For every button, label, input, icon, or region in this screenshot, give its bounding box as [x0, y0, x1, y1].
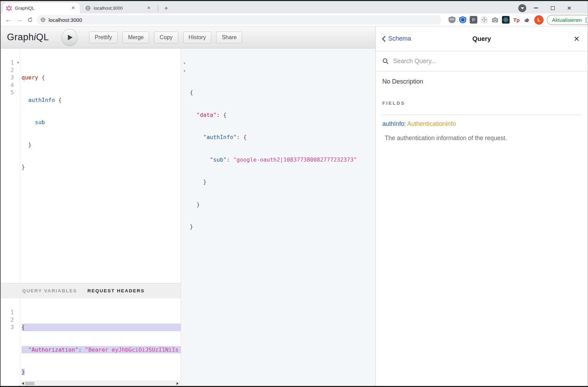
doc-close-icon[interactable]: × — [574, 34, 579, 43]
query-editor-gutter: 1▾ 2 3 4 5 — [1, 49, 20, 283]
address-bar[interactable]: localhost:3000 — [36, 15, 441, 25]
reload-button[interactable] — [25, 15, 35, 25]
reload-icon — [27, 17, 33, 23]
result-viewer: ▾ ▾ { "data": { "authInfo": { "sub": "go… — [181, 49, 375, 386]
type-description: No Description — [382, 78, 581, 85]
doc-title: Query — [397, 35, 567, 43]
graphql-favicon — [6, 6, 12, 11]
new-tab-button[interactable]: + — [162, 4, 171, 13]
request-headers-editor[interactable]: 1 2 3 { "Authorization": "Bearer eyJhbGc… — [1, 298, 181, 386]
field-description: The authentication information of the re… — [382, 135, 581, 142]
tab-close-icon[interactable]: × — [146, 5, 152, 11]
site-globe-icon — [41, 17, 45, 22]
tab-search-button[interactable] — [518, 4, 526, 12]
field-type-link[interactable]: AuthenticationInfo — [407, 120, 456, 127]
screenshot-extension-icon[interactable] — [491, 16, 499, 24]
kebab-menu-icon[interactable] — [585, 17, 587, 23]
tab-close-icon[interactable]: × — [70, 5, 76, 11]
play-icon — [67, 34, 73, 41]
url-text: localhost:3000 — [49, 17, 82, 23]
doc-body: No Description FIELDS authInfo: Authenti… — [376, 71, 588, 142]
line-number: 3 — [1, 74, 20, 81]
globe-favicon — [85, 6, 91, 11]
update-button-label: Aktualisieren — [552, 17, 582, 23]
line-number: 3 — [1, 324, 20, 331]
line-number: 5 — [1, 89, 20, 96]
scrollbar-thumb[interactable] — [25, 382, 34, 385]
tampermonkey-extension-icon[interactable]: Tp — [513, 16, 520, 24]
bitwarden-extension-icon[interactable] — [459, 16, 467, 24]
window-maximize-button[interactable] — [547, 4, 558, 12]
tab-query-variables[interactable]: QUERY VARIABLES — [22, 288, 77, 293]
move-tool-extension-icon[interactable] — [480, 16, 488, 24]
line-number: 2 — [1, 67, 20, 74]
browser-tab-strip: GraphiQL × localhost:3000 × + × — [0, 1, 588, 14]
doc-back-label: Schema — [388, 35, 411, 42]
scroll-right-arrow-icon[interactable] — [177, 382, 179, 385]
chevron-left-icon — [382, 36, 386, 42]
line-number: 1 — [10, 59, 14, 66]
p-extension-icon[interactable]: P — [470, 16, 477, 24]
graphiql-logo: GraphiQL — [7, 32, 49, 43]
tab-request-headers[interactable]: REQUEST HEADERS — [87, 288, 145, 293]
line-number: 4 — [1, 81, 20, 89]
graphiql-main: 1▾ 2 3 4 5 query { authInfo { sub } } — [1, 49, 375, 386]
query-editor-code[interactable]: query { authInfo { sub } } — [20, 49, 181, 283]
scroll-left-arrow-icon[interactable] — [22, 382, 24, 385]
fold-arrow-icon[interactable]: ▾ — [184, 60, 186, 67]
doc-search-row — [376, 51, 588, 71]
extensions-puzzle-icon[interactable] — [523, 16, 531, 24]
browser-update-menu[interactable]: Aktualisieren — [547, 15, 588, 25]
fold-arrow-icon[interactable]: ▾ — [17, 59, 19, 67]
field-row: authInfo: AuthenticationInfo — [382, 120, 581, 128]
execute-button[interactable] — [61, 29, 78, 46]
react-devtools-extension-icon[interactable] — [502, 16, 510, 24]
forward-button[interactable]: → — [15, 15, 24, 25]
share-button[interactable]: Share — [216, 32, 242, 43]
headers-editor-code[interactable]: { "Authorization": "Bearer eyJhbGciOiJSU… — [20, 298, 181, 386]
window-close-button[interactable]: × — [564, 4, 574, 12]
headers-editor-gutter: 1 2 3 — [1, 298, 20, 386]
variables-tab-bar: QUERY VARIABLES REQUEST HEADERS — [1, 283, 181, 298]
window-top-edge — [0, 0, 588, 1]
fields-heading: FIELDS — [382, 101, 581, 115]
graphiql-app: GraphiQL Prettify Merge Copy History Sha… — [1, 26, 588, 386]
copy-button[interactable]: Copy — [154, 32, 178, 43]
tab-separator — [158, 5, 158, 11]
browser-tab-graphiql[interactable]: GraphiQL × — [3, 3, 80, 14]
history-button[interactable]: History — [183, 32, 212, 43]
fold-arrow-icon[interactable]: ▾ — [184, 67, 186, 75]
line-number: 1 — [1, 309, 20, 316]
query-pane: 1▾ 2 3 4 5 query { authInfo { sub } } — [1, 49, 181, 386]
prettify-button[interactable]: Prettify — [89, 32, 118, 43]
query-editor[interactable]: 1▾ 2 3 4 5 query { authInfo { sub } } — [1, 49, 181, 283]
window-minimize-button[interactable] — [531, 4, 541, 12]
doc-back-link[interactable]: Schema — [382, 35, 411, 42]
window-left-edge — [0, 0, 1, 387]
doc-explorer-panel: Schema Query × No Description FIELDS aut… — [375, 26, 588, 386]
chevron-down-icon — [521, 7, 524, 9]
field-name-link[interactable]: authInfo — [382, 120, 404, 127]
browser-tab-localhost[interactable]: localhost:3000 × — [82, 3, 155, 14]
profile-avatar[interactable]: L — [534, 15, 544, 25]
tab-title: GraphiQL — [15, 6, 70, 11]
search-icon — [382, 58, 389, 64]
back-button[interactable]: ← — [3, 15, 13, 25]
graphiql-left-region: GraphiQL Prettify Merge Copy History Sha… — [1, 26, 375, 386]
tab-title: localhost:3000 — [94, 6, 146, 11]
doc-explorer-header: Schema Query × — [376, 26, 588, 51]
ublock-extension-icon[interactable]: UO — [448, 16, 456, 24]
graphiql-topbar: GraphiQL Prettify Merge Copy History Sha… — [1, 26, 375, 49]
extensions-row: UO P — [448, 15, 544, 25]
doc-search-input[interactable] — [393, 58, 537, 65]
merge-button[interactable]: Merge — [122, 32, 149, 43]
horizontal-scrollbar[interactable] — [20, 381, 180, 386]
line-number: 2 — [1, 316, 20, 324]
browser-toolbar: ← → localhost:3000 UO P — [0, 14, 588, 26]
